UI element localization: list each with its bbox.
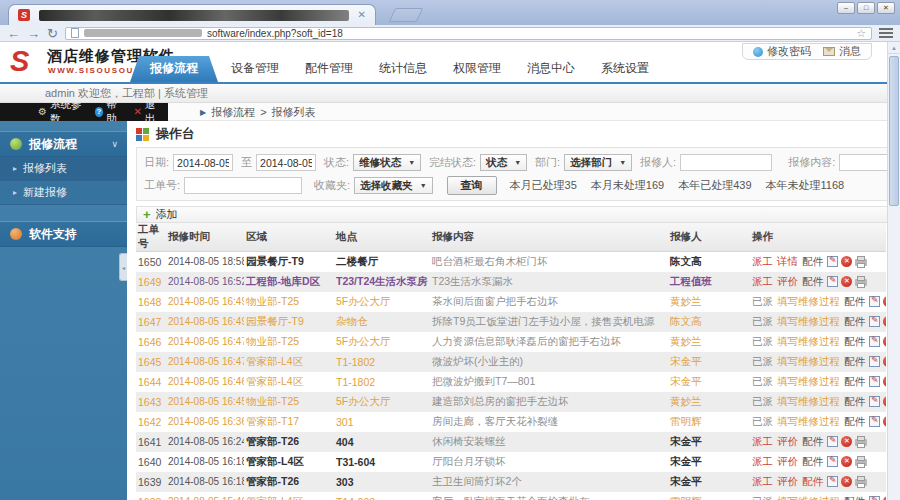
delete-icon[interactable] bbox=[883, 396, 886, 407]
cell-area[interactable]: 管家部-L4区 bbox=[244, 492, 334, 500]
window-close-button[interactable]: ✕ bbox=[877, 2, 895, 14]
action-parts[interactable]: 配件 bbox=[844, 295, 865, 307]
breadcrumb-parent[interactable]: 报修流程 bbox=[211, 105, 255, 120]
forward-icon[interactable]: → bbox=[27, 27, 40, 40]
edit-icon[interactable] bbox=[869, 396, 880, 407]
messages-link[interactable]: 消息 bbox=[823, 44, 861, 59]
delete-icon[interactable] bbox=[841, 476, 852, 487]
delete-icon[interactable] bbox=[883, 336, 886, 347]
delete-icon[interactable] bbox=[883, 376, 886, 387]
cell-reporter[interactable]: 陈文高 bbox=[668, 252, 750, 272]
cell-area[interactable]: 管家部-L4区 bbox=[244, 352, 334, 372]
sidebar-menu-software-support[interactable]: 软件支持 bbox=[0, 221, 127, 247]
cell-id[interactable]: 1640 bbox=[136, 452, 166, 472]
delete-icon[interactable] bbox=[883, 316, 886, 327]
favorites-select[interactable]: 选择收藏夹▼ bbox=[354, 177, 432, 194]
cell-spot[interactable]: 5F办公大厅 bbox=[334, 392, 430, 412]
cell-reporter[interactable]: 黄妙兰 bbox=[668, 332, 750, 352]
action-fill-repair-process[interactable]: 填写维修过程 bbox=[777, 415, 840, 427]
edit-icon[interactable] bbox=[869, 356, 880, 367]
edit-icon[interactable] bbox=[827, 256, 838, 267]
bookmark-star-icon[interactable]: ☆ bbox=[856, 28, 866, 39]
cell-id[interactable]: 1641 bbox=[136, 432, 166, 452]
cell-reporter[interactable]: 陈文高 bbox=[668, 312, 750, 332]
cell-id[interactable]: 1649 bbox=[136, 272, 166, 292]
window-maximize-button[interactable]: □ bbox=[857, 2, 875, 14]
nav-tab-4[interactable]: 权限管理 bbox=[440, 56, 514, 82]
action-fill-repair-process[interactable]: 填写维修过程 bbox=[777, 315, 840, 327]
date-from-input[interactable] bbox=[173, 154, 233, 171]
scrollbar-up-arrow[interactable]: ▲ bbox=[888, 42, 900, 54]
cell-area[interactable]: 管家部-L4区 bbox=[244, 452, 334, 472]
edit-icon[interactable] bbox=[869, 496, 880, 500]
tab-close-icon[interactable]: ✕ bbox=[358, 10, 366, 20]
logout-button[interactable]: ✕ 退出 bbox=[133, 98, 162, 126]
nav-tab-0[interactable]: 报修流程 bbox=[130, 56, 218, 82]
cell-id[interactable]: 1642 bbox=[136, 412, 166, 432]
sidebar-item-new-repair[interactable]: ▸ 新建报修 bbox=[0, 181, 127, 205]
cell-reporter[interactable]: 宋金平 bbox=[668, 352, 750, 372]
nav-tab-3[interactable]: 统计信息 bbox=[366, 56, 440, 82]
edit-icon[interactable] bbox=[827, 456, 838, 467]
action-details[interactable]: 详情 bbox=[777, 255, 798, 267]
browser-tab[interactable]: S ✕ bbox=[8, 4, 376, 25]
action-fill-repair-process[interactable]: 填写维修过程 bbox=[777, 295, 840, 307]
delete-icon[interactable] bbox=[841, 256, 852, 267]
status-select[interactable]: 维修状态▼ bbox=[353, 154, 421, 171]
sidebar-collapse-handle[interactable]: ◂ bbox=[119, 253, 127, 281]
edit-icon[interactable] bbox=[869, 376, 880, 387]
cell-id[interactable]: 1646 bbox=[136, 332, 166, 352]
edit-icon[interactable] bbox=[869, 296, 880, 307]
delete-icon[interactable] bbox=[883, 356, 886, 367]
action-fill-repair-process[interactable]: 填写维修过程 bbox=[777, 395, 840, 407]
cell-id[interactable]: 1638 bbox=[136, 492, 166, 500]
action-fill-repair-process[interactable]: 填写维修过程 bbox=[777, 355, 840, 367]
delete-icon[interactable] bbox=[841, 276, 852, 287]
cell-spot[interactable]: 301 bbox=[334, 412, 430, 432]
action-evaluate[interactable]: 评价 bbox=[777, 275, 798, 287]
cell-spot[interactable]: 杂物仓 bbox=[334, 312, 430, 332]
delete-icon[interactable] bbox=[883, 296, 886, 307]
browser-menu-icon[interactable] bbox=[879, 28, 893, 38]
cell-id[interactable]: 1647 bbox=[136, 312, 166, 332]
action-parts[interactable]: 配件 bbox=[802, 275, 823, 287]
cell-area[interactable]: 管家部-T26 bbox=[244, 432, 334, 452]
search-button[interactable]: 查询 bbox=[447, 176, 497, 195]
cell-area[interactable]: 管家部-L4区 bbox=[244, 372, 334, 392]
action-evaluate[interactable]: 评价 bbox=[777, 455, 798, 467]
cell-spot[interactable]: 303 bbox=[334, 472, 430, 492]
add-button[interactable]: + 添加 bbox=[136, 206, 892, 223]
refresh-icon[interactable]: ↻ bbox=[47, 27, 58, 40]
action-fill-repair-process[interactable]: 填写维修过程 bbox=[777, 495, 840, 500]
cell-spot[interactable]: 5F办公大厅 bbox=[334, 292, 430, 312]
cell-area[interactable]: 物业部-T25 bbox=[244, 292, 334, 312]
window-minimize-button[interactable]: – bbox=[837, 2, 855, 14]
cell-area[interactable]: 园景餐厅-T9 bbox=[244, 252, 334, 272]
cell-id[interactable]: 1645 bbox=[136, 352, 166, 372]
cell-spot[interactable]: T1-1802 bbox=[334, 372, 430, 392]
sidebar-menu-repair-flow[interactable]: 报修流程 ∨ bbox=[0, 131, 127, 157]
nav-tab-6[interactable]: 系统设置 bbox=[588, 56, 662, 82]
edit-icon[interactable] bbox=[827, 476, 838, 487]
action-parts[interactable]: 配件 bbox=[844, 495, 865, 500]
print-icon[interactable] bbox=[855, 479, 867, 486]
cell-area[interactable]: 工程部-地库D区 bbox=[244, 272, 334, 292]
order-no-input[interactable] bbox=[184, 177, 302, 194]
cell-id[interactable]: 1639 bbox=[136, 472, 166, 492]
finish-status-select[interactable]: 状态▼ bbox=[480, 154, 527, 171]
cell-spot[interactable]: 404 bbox=[334, 432, 430, 452]
action-dispatch[interactable]: 派工 bbox=[752, 455, 773, 467]
cell-reporter[interactable]: 宋金平 bbox=[668, 432, 750, 452]
cell-spot[interactable]: 5F办公大厅 bbox=[334, 332, 430, 352]
edit-icon[interactable] bbox=[827, 436, 838, 447]
nav-tab-5[interactable]: 消息中心 bbox=[514, 56, 588, 82]
action-fill-repair-process[interactable]: 填写维修过程 bbox=[777, 335, 840, 347]
address-input[interactable]: software/index.php?soft_id=18 ☆ bbox=[65, 27, 872, 40]
cell-id[interactable]: 1648 bbox=[136, 292, 166, 312]
action-parts[interactable]: 配件 bbox=[802, 475, 823, 487]
cell-reporter[interactable]: 工程值班 bbox=[668, 272, 750, 292]
delete-icon[interactable] bbox=[883, 496, 886, 500]
cell-area[interactable]: 物业部-T25 bbox=[244, 332, 334, 352]
action-evaluate[interactable]: 评价 bbox=[777, 475, 798, 487]
action-parts[interactable]: 配件 bbox=[802, 455, 823, 467]
